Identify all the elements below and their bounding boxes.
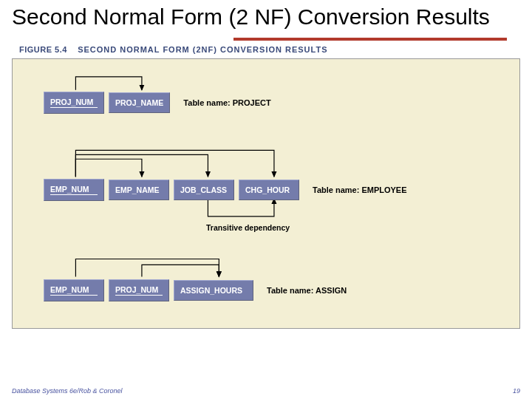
col-emp-num-assign: EMP_NUM xyxy=(44,279,104,301)
table-name-project: Table name: PROJECT xyxy=(183,98,270,107)
col-emp-num: EMP_NUM xyxy=(44,179,104,201)
col-chg-hour: CHG_HOUR xyxy=(239,180,299,200)
transitive-dependency-label: Transitive dependency xyxy=(206,223,290,232)
figure-caption: FIGURE 5.4 SECOND NORMAL FORM (2NF) CONV… xyxy=(19,45,520,54)
figure-number: FIGURE 5.4 xyxy=(19,45,67,54)
col-job-class: JOB_CLASS xyxy=(174,180,234,200)
col-proj-num: PROJ_NUM xyxy=(44,92,104,114)
table-project: PROJ_NUM PROJ_NAME Table name: PROJECT xyxy=(44,92,271,114)
diagram-canvas: PROJ_NUM PROJ_NAME Table name: PROJECT E… xyxy=(12,58,520,329)
col-proj-num-assign: PROJ_NUM xyxy=(109,279,169,301)
figure-title: SECOND NORMAL FORM (2NF) CONVERSION RESU… xyxy=(78,45,327,54)
col-assign-hours: ASSIGN_HOURS xyxy=(174,280,253,301)
table-employee: EMP_NUM EMP_NAME JOB_CLASS CHG_HOUR Tabl… xyxy=(44,179,407,201)
title-underline xyxy=(233,38,507,41)
col-emp-name: EMP_NAME xyxy=(109,180,169,200)
table-assign: EMP_NUM PROJ_NUM ASSIGN_HOURS Table name… xyxy=(44,279,347,301)
table-name-assign: Table name: ASSIGN xyxy=(267,286,347,295)
footer-page-number: 19 xyxy=(513,387,520,395)
col-proj-name: PROJ_NAME xyxy=(109,92,170,113)
table-name-employee: Table name: EMPLOYEE xyxy=(313,185,407,194)
page-title: Second Normal Form (2 NF) Conversion Res… xyxy=(12,4,520,30)
footer-left: Database Systems 6e/Rob & Coronel xyxy=(12,387,123,395)
footer: Database Systems 6e/Rob & Coronel 19 xyxy=(12,387,520,395)
